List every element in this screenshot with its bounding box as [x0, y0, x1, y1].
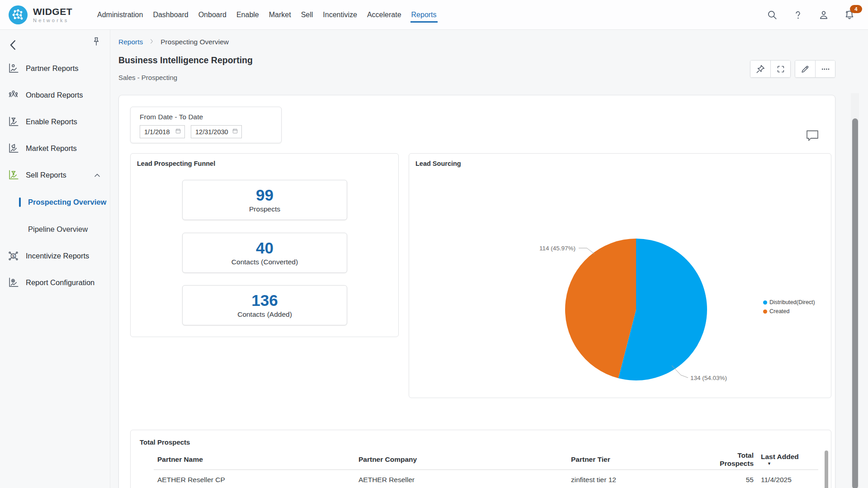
top-navigation-bar: WIDGET Networks Administration Dashboard… — [0, 0, 868, 30]
app-screen: WIDGET Networks Administration Dashboard… — [0, 0, 868, 488]
legend-item-distributed-direct: Distributed(Direct) — [763, 299, 815, 305]
pin-report-button[interactable] — [750, 61, 770, 77]
from-date-input[interactable]: 1/1/2018 — [140, 125, 185, 138]
topbar-actions: 4 — [766, 0, 855, 30]
sidebar-item-label: Onboard Reports — [26, 91, 83, 99]
sidebar-item-incentivize-reports[interactable]: $ Incentivize Reports — [0, 243, 110, 269]
lead-prospecting-funnel-panel: Lead Prospecting Funnel 99 Prospects 40 … — [130, 153, 399, 337]
back-icon[interactable] — [6, 38, 20, 52]
sidebar-header — [0, 30, 110, 55]
report-configuration-icon — [7, 277, 19, 289]
col-header-last-added[interactable]: Last Added ▼ — [757, 453, 818, 466]
pin-icon[interactable] — [91, 36, 102, 47]
user-icon[interactable] — [818, 9, 830, 21]
sidebar-subitem-prospecting-overview[interactable]: Prospecting Overview — [0, 188, 110, 216]
toolbar-group-right — [795, 60, 835, 78]
nav-enable[interactable]: Enable — [231, 0, 264, 30]
total-prospects-table: Partner Name Partner Company Partner Tie… — [154, 449, 818, 488]
nav-incentivize[interactable]: Incentivize — [318, 0, 362, 30]
logo-text-secondary: Networks — [33, 18, 72, 23]
nav-reports[interactable]: Reports — [406, 0, 442, 30]
sidebar-item-market-reports[interactable]: Market Reports — [0, 135, 110, 162]
sidebar-item-label: Partner Reports — [26, 64, 78, 73]
logo-text-primary: WIDGET — [33, 7, 72, 16]
sidebar-item-report-configuration[interactable]: Report Configuration — [0, 269, 110, 296]
leader-line-created — [579, 248, 594, 254]
market-reports-icon — [7, 142, 19, 155]
nav-accelerate[interactable]: Accelerate — [362, 0, 406, 30]
legend-dot-blue — [763, 300, 767, 305]
sidebar-menu: Partner Reports Onboard Reports Enable R… — [0, 55, 110, 296]
contacts-added-value: 136 — [251, 292, 278, 310]
pie-data-label-created: 114 (45.97%) — [539, 245, 576, 252]
nav-dashboard[interactable]: Dashboard — [148, 0, 193, 30]
widget-networks-logo[interactable]: WIDGET Networks — [8, 5, 72, 25]
sidebar-subitem-pipeline-overview[interactable]: Pipeline Overview — [0, 216, 110, 243]
logo-molecule-icon — [8, 5, 28, 25]
lead-sourcing-panel: Lead Sourcing 114 (45.97%) 134 (54.03%) … — [409, 153, 831, 398]
page-scrollbar-thumb[interactable] — [852, 118, 858, 488]
main-nav: Administration Dashboard Onboard Enable … — [92, 0, 442, 30]
reports-sidebar: Partner Reports Onboard Reports Enable R… — [0, 30, 110, 488]
prospects-value: 99 — [256, 187, 274, 204]
nav-market[interactable]: Market — [264, 0, 296, 30]
cell-partner-tier: zinfitest tier 12 — [567, 476, 703, 484]
page-title: Business Intelligence Reporting — [118, 55, 253, 66]
toolbar-group-left — [750, 60, 791, 78]
col-header-partner-tier[interactable]: Partner Tier — [567, 455, 703, 464]
breadcrumb-chevron-icon — [148, 37, 155, 47]
table-header-row: Partner Name Partner Company Partner Tie… — [154, 449, 818, 470]
sidebar-item-label: Sell Reports — [26, 171, 66, 179]
notification-badge: 4 — [850, 5, 862, 13]
sidebar-item-sell-reports[interactable]: Sell Reports — [0, 162, 110, 188]
legend-label: Created — [769, 308, 789, 314]
stat-card-contacts-added: 136 Contacts (Added) — [182, 285, 347, 325]
table-scrollbar-thumb[interactable] — [825, 450, 828, 488]
pie-legend: Distributed(Direct) Created — [763, 299, 815, 314]
breadcrumb-reports-link[interactable]: Reports — [118, 38, 143, 46]
report-toolbar — [750, 60, 835, 78]
main-content: Reports Prospecting Overview Business In… — [110, 30, 868, 488]
partner-reports-icon — [7, 62, 19, 75]
from-date-value: 1/1/2018 — [144, 128, 170, 136]
legend-dot-orange — [763, 310, 767, 314]
sort-desc-icon: ▼ — [767, 462, 771, 466]
edit-report-button[interactable] — [795, 61, 815, 77]
stat-card-prospects: 99 Prospects — [182, 180, 347, 220]
contacts-converted-value: 40 — [256, 239, 274, 257]
contacts-added-label: Contacts (Added) — [237, 310, 292, 319]
help-icon[interactable] — [792, 9, 804, 21]
sidebar-item-label: Enable Reports — [26, 117, 77, 126]
col-header-last-added-label: Last Added — [761, 453, 799, 461]
cell-last-added: 11/4/2025 — [757, 476, 818, 484]
nav-administration[interactable]: Administration — [92, 0, 148, 30]
chevron-up-icon — [93, 171, 102, 180]
to-date-input[interactable]: 12/31/2030 — [191, 125, 242, 138]
search-icon[interactable] — [766, 9, 778, 21]
pie-data-label-distributed: 134 (54.03%) — [690, 375, 727, 381]
sidebar-item-enable-reports[interactable]: Enable Reports — [0, 108, 110, 135]
fullscreen-button[interactable] — [770, 61, 790, 77]
to-date-value: 12/31/2030 — [195, 128, 228, 136]
pin-icon — [755, 64, 765, 74]
nav-sell[interactable]: Sell — [296, 0, 318, 30]
nav-onboard[interactable]: Onboard — [193, 0, 231, 30]
fullscreen-icon — [776, 64, 786, 74]
more-options-button[interactable] — [815, 61, 835, 77]
sidebar-item-onboard-reports[interactable]: Onboard Reports — [0, 82, 110, 108]
lead-sourcing-pie-chart: 114 (45.97%) 134 (54.03%) — [409, 154, 832, 398]
table-row[interactable]: AETHER Reseller CP AETHER Reseller zinfi… — [154, 470, 818, 488]
sidebar-item-label: Market Reports — [26, 144, 77, 153]
col-header-total-prospects[interactable]: Total Prospects — [703, 451, 757, 468]
bell-icon[interactable]: 4 — [844, 9, 855, 21]
col-header-partner-name[interactable]: Partner Name — [154, 455, 355, 464]
funnel-panel-title: Lead Prospecting Funnel — [137, 160, 215, 167]
comment-icon[interactable] — [804, 129, 821, 142]
incentivize-reports-icon: $ — [7, 250, 19, 262]
prospects-label: Prospects — [249, 205, 280, 213]
sidebar-item-label: Report Configuration — [26, 278, 94, 287]
sidebar-item-partner-reports[interactable]: Partner Reports — [0, 55, 110, 82]
calendar-icon — [232, 128, 238, 136]
col-header-partner-company[interactable]: Partner Company — [355, 455, 567, 464]
more-ellipsis-icon — [821, 64, 830, 74]
